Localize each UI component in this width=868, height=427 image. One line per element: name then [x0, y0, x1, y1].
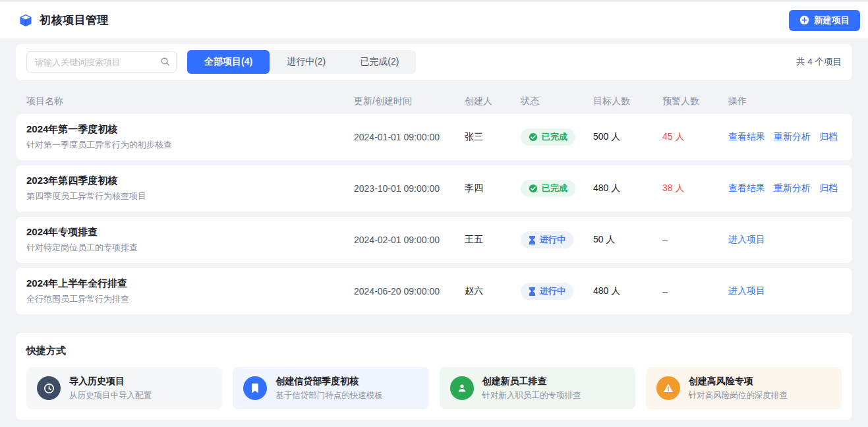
col-actions: 操作	[728, 96, 842, 107]
target-count: 500 人	[593, 131, 662, 143]
view-results-link[interactable]: 查看结果	[728, 183, 765, 194]
col-creator: 创建人	[465, 96, 521, 107]
shortcut-credit-dept-review[interactable]: 创建信贷部季度初核 基于信贷部门特点的快速模板	[233, 367, 428, 409]
project-creator: 王五	[465, 234, 521, 246]
search-box	[26, 51, 177, 72]
page-header: 初核项目管理 新建项目	[0, 0, 868, 38]
shortcut-import-history[interactable]: 导入历史项目 从历史项目中导入配置	[26, 367, 222, 409]
check-circle-icon	[529, 184, 538, 193]
clock-icon	[37, 376, 61, 400]
target-count: 50 人	[593, 234, 662, 246]
project-desc: 针对特定岗位员工的专项排查	[26, 242, 354, 254]
project-name: 2024年专项排查	[26, 226, 354, 239]
search-input[interactable]	[26, 51, 177, 72]
status-badge: 进行中	[521, 231, 573, 248]
project-time: 2023-10-01 09:00:00	[354, 183, 465, 194]
warning-count: 38 人	[662, 183, 728, 194]
plus-circle-icon	[799, 15, 809, 25]
warning-count: –	[662, 286, 728, 297]
table-row[interactable]: 2024年专项排查 针对特定岗位员工的专项排查 2024-02-01 09:00…	[16, 217, 852, 263]
table-header: 项目名称 更新/创建时间 创建人 状态 目标人数 预警人数 操作	[16, 89, 852, 114]
project-name: 2023年第四季度初核	[26, 175, 354, 187]
reanalyze-link[interactable]: 重新分析	[774, 131, 811, 143]
person-icon	[450, 376, 474, 400]
tab-in-progress[interactable]: 进行中(2)	[270, 50, 343, 74]
enter-project-link[interactable]: 进入项目	[728, 234, 765, 246]
warning-count: –	[662, 235, 728, 245]
tab-completed[interactable]: 已完成(2)	[343, 50, 416, 74]
project-count: 共 4 个项目	[796, 56, 842, 68]
col-time: 更新/创建时间	[354, 96, 465, 107]
shortcut-high-risk-special[interactable]: 创建高风险专项 针对高风险岗位的深度排查	[646, 367, 842, 409]
warning-count: 45 人	[662, 131, 728, 143]
project-time: 2024-06-20 09:00:00	[354, 286, 465, 297]
project-creator: 赵六	[465, 285, 521, 297]
col-status: 状态	[521, 96, 593, 107]
shortcuts-title: 快捷方式	[26, 345, 842, 357]
target-count: 480 人	[593, 285, 662, 297]
new-project-button[interactable]: 新建项目	[789, 10, 860, 31]
table-row[interactable]: 2023年第四季度初核 第四季度员工异常行为核查项目 2023-10-01 09…	[16, 165, 852, 212]
shortcuts-panel: 快捷方式 导入历史项目 从历史项目中导入配置 创建信贷部季度初核	[16, 333, 852, 420]
archive-link[interactable]: 归档	[819, 131, 838, 143]
enter-project-link[interactable]: 进入项目	[728, 285, 765, 297]
project-list: 2024年第一季度初核 针对第一季度员工异常行为的初步核查 2024-01-01…	[16, 114, 852, 314]
hourglass-icon	[529, 236, 536, 244]
shortcut-new-employee-screening[interactable]: 创建新员工排查 针对新入职员工的专项排查	[440, 367, 635, 409]
project-creator: 李四	[465, 183, 521, 194]
project-creator: 张三	[465, 131, 521, 143]
col-target: 目标人数	[593, 96, 662, 107]
cube-icon	[18, 13, 33, 28]
page-title: 初核项目管理	[40, 13, 109, 28]
project-name: 2024年上半年全行排查	[26, 277, 354, 290]
warning-icon	[656, 376, 680, 400]
reanalyze-link[interactable]: 重新分析	[774, 183, 811, 194]
check-circle-icon	[529, 132, 538, 142]
project-desc: 第四季度员工异常行为核查项目	[26, 190, 354, 202]
tab-all-projects[interactable]: 全部项目(4)	[187, 50, 270, 74]
project-time: 2024-02-01 09:00:00	[354, 235, 465, 245]
view-results-link[interactable]: 查看结果	[728, 131, 765, 143]
toolbar: 全部项目(4) 进行中(2) 已完成(2) 共 4 个项目	[16, 44, 852, 80]
col-warning: 预警人数	[662, 96, 728, 107]
bookmark-icon	[243, 376, 267, 400]
table-row[interactable]: 2024年上半年全行排查 全行范围员工异常行为排查 2024-06-20 09:…	[16, 268, 852, 314]
project-time: 2024-01-01 09:00:00	[354, 132, 465, 142]
status-badge: 已完成	[521, 180, 575, 197]
search-icon[interactable]	[160, 57, 170, 69]
filter-tabs: 全部项目(4) 进行中(2) 已完成(2)	[187, 50, 416, 74]
project-desc: 全行范围员工异常行为排查	[26, 293, 354, 305]
status-badge: 进行中	[521, 283, 573, 300]
status-badge: 已完成	[521, 128, 575, 146]
project-name: 2024年第一季度初核	[26, 123, 354, 136]
archive-link[interactable]: 归档	[819, 183, 838, 194]
table-row[interactable]: 2024年第一季度初核 针对第一季度员工异常行为的初步核查 2024-01-01…	[16, 114, 852, 160]
col-project-name: 项目名称	[26, 96, 354, 107]
target-count: 480 人	[593, 183, 662, 194]
project-desc: 针对第一季度员工异常行为的初步核查	[26, 139, 354, 151]
hourglass-icon	[529, 287, 536, 296]
